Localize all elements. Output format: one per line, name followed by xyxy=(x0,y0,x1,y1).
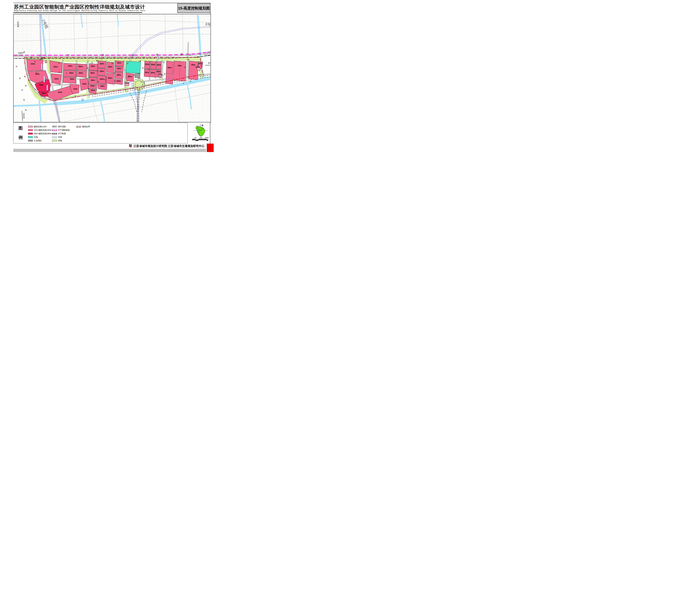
parcel-height-label: 30m xyxy=(100,70,104,72)
map-text-di: 至昆山 xyxy=(208,62,210,64)
legend-item: 城市道路 xyxy=(52,125,70,128)
map-text-rd: 扬 xyxy=(30,56,32,58)
parcel-height-label: 24m xyxy=(54,77,59,80)
legend-swatch-boundary xyxy=(76,126,81,128)
map-text-bl: 水 xyxy=(88,69,90,71)
parcel-height-label: 30m xyxy=(145,63,149,65)
map-text-rk: 沪 xyxy=(39,54,41,57)
map-text-bl: 泾 xyxy=(162,74,164,76)
institute-logo xyxy=(129,144,132,148)
map-text-rv: 江 xyxy=(168,78,170,81)
legend-label: 沪宁铁路 xyxy=(58,132,66,135)
compass-rose: N 50 150 250M xyxy=(190,123,210,143)
legend-item: 12m<建筑高度≤30m xyxy=(28,128,52,132)
legend-item: 沪宁铁路 xyxy=(52,132,70,135)
parcel-height-label: 30m xyxy=(100,85,104,87)
map-text-rd: 经 xyxy=(34,61,36,63)
svg-text:50: 50 xyxy=(195,137,196,138)
footer: 江苏省城市规划设计研究院 江苏省城市交通规划研究中心 xyxy=(129,144,207,148)
parcel-height-label: 30m xyxy=(151,63,155,66)
legend-item: 绿地 xyxy=(52,139,70,142)
parcel-height-label: 24m xyxy=(90,85,95,87)
map-text-rd: 扬 xyxy=(58,62,60,64)
legend-heading-1: 图 xyxy=(19,125,23,131)
parcel-height-label: 30m xyxy=(100,62,104,65)
legend: 图 例 建筑高度≤12m12m<建筑高度≤30m30m<建筑高度≤80m白地公交… xyxy=(13,123,188,143)
scale-bar: 50 150 250M xyxy=(192,137,209,141)
parcel xyxy=(173,61,186,81)
map-text-rk: 沪 xyxy=(39,58,41,61)
legend-column-boundary: 规划边界 xyxy=(76,125,90,128)
title-underline xyxy=(13,12,142,13)
parcel-height-label: 30m xyxy=(178,64,182,67)
map-text-rd: 大 xyxy=(183,82,184,85)
legend-swatch-teal xyxy=(28,136,33,138)
legend-item: 公交场站 xyxy=(28,139,52,142)
parcel-height-label: 30m xyxy=(151,71,155,74)
map-text-di: 至南京 xyxy=(18,52,24,54)
map-text-rd: 路 xyxy=(184,66,186,68)
map-text-bl: 大 xyxy=(123,60,125,62)
map-text-rd: 帆 xyxy=(24,75,26,77)
parcel-height-label: 30m xyxy=(68,65,72,67)
metro-station xyxy=(46,85,48,90)
legend-swatch-maglev xyxy=(52,129,57,131)
legend-swatch-green xyxy=(52,140,57,141)
metro-station xyxy=(43,76,45,82)
parcel-height-label: 30m xyxy=(78,65,83,68)
map-text-rd: 路 xyxy=(25,85,27,87)
parcel-height-label: 24m xyxy=(73,88,77,90)
map-text-rd: 道 xyxy=(190,80,191,82)
legend-swatch-gray xyxy=(28,140,33,141)
map-text-bl: 凤 xyxy=(199,53,201,55)
map-text-bl: 水 xyxy=(124,69,126,71)
parcel-height-label: 30m xyxy=(117,67,121,70)
parcel-height-label: 30m xyxy=(145,71,149,73)
map-text-dv: 至杭州 xyxy=(23,113,25,119)
legend-item: 规划边界 xyxy=(76,125,90,128)
sheet-top-rule xyxy=(13,3,210,3)
parcel-height-label: 30m xyxy=(79,72,83,74)
wind-rose: N xyxy=(193,124,208,137)
parcel-height-label: 30m xyxy=(117,74,121,76)
map-text-rd: 路 xyxy=(36,72,37,74)
parcel-height-label: 30m xyxy=(156,70,161,73)
map-text-rk: 铁 xyxy=(156,54,158,56)
legend-swatch-water xyxy=(52,136,57,138)
map-text-bl: 凰 xyxy=(200,63,202,65)
parcel-height-label: 24m xyxy=(31,63,35,65)
map-text-rd: 中 xyxy=(66,72,67,74)
map-text-rd: 经 xyxy=(127,62,129,65)
legend-swatch-road xyxy=(52,126,57,128)
map-text-rk: 际 xyxy=(132,54,134,56)
parcel-height-label: 30m xyxy=(167,66,172,69)
north-label: N xyxy=(201,124,203,127)
map-text-rd: 华 xyxy=(58,71,60,73)
parcel-height-label: 30m xyxy=(70,78,74,80)
sheet-number-title: 15-高度控制规划图 xyxy=(178,6,210,11)
legend-swatch-rail xyxy=(52,133,57,134)
page-title: 苏州工业园区智能制造产业园区控制性详细规划及城市设计 xyxy=(14,4,143,10)
parcel-height-label: 30m xyxy=(91,79,95,81)
map-text-rd: 扬 xyxy=(112,62,113,64)
sheet-number-box: 15-高度控制规划图 xyxy=(178,3,211,13)
map-text-bl: 泾 xyxy=(202,73,204,75)
legend-swatch-pink-deep xyxy=(28,133,33,134)
map-text-rd: 扬 xyxy=(96,60,98,62)
parcel-height-label: 30m xyxy=(90,72,95,74)
map-text-bl: 纵 xyxy=(161,60,163,62)
map-text-rd: 路 xyxy=(97,80,99,83)
legend-swatch-pink-light xyxy=(28,126,33,128)
map-text-di: 至上海 xyxy=(207,52,210,54)
parcel-height-label: 80m xyxy=(39,84,43,86)
legend-label: 规划边界 xyxy=(82,125,90,128)
legend-label: 公交场站 xyxy=(34,139,42,142)
parcel-height-label: 12m xyxy=(125,82,129,84)
map-text-rd: 港 xyxy=(142,67,144,69)
legend-label: 绿地 xyxy=(58,139,62,142)
map-text-rd: 高 xyxy=(23,99,25,101)
map-text-rk: 路 xyxy=(181,53,183,56)
legend-item: 水域 xyxy=(52,135,70,139)
legend-column-heights: 建筑高度≤12m12m<建筑高度≤30m30m<建筑高度≤80m白地公交场站 xyxy=(28,125,52,142)
parcel-height-label: 50m xyxy=(42,92,46,95)
